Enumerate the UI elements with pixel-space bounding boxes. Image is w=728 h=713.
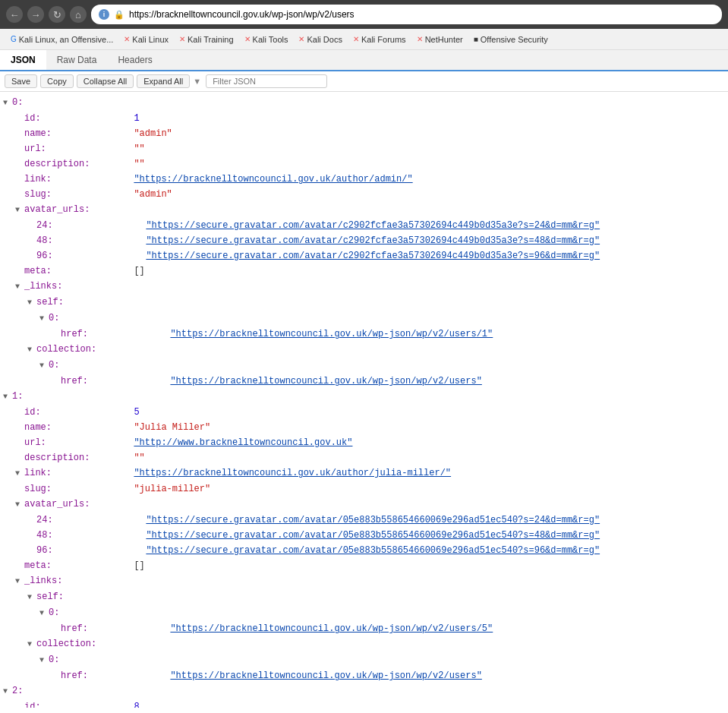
expand-btn[interactable]: ▼ xyxy=(3,390,12,404)
json-key: _links: xyxy=(24,576,62,586)
bookmark-offensive-security[interactable]: ■ Offensive Security xyxy=(469,33,553,46)
bookmark-nethunter[interactable]: ✕ NetHunter xyxy=(412,33,468,46)
lock-icon: 🔒 xyxy=(114,10,124,20)
json-key: 0: xyxy=(49,606,59,620)
json-row: url: "http://www.bracknelltowncouncil.go… xyxy=(0,435,728,450)
json-row: ▼collection: xyxy=(0,636,728,652)
json-key: 0: xyxy=(49,653,59,667)
expand-btn[interactable]: ▼ xyxy=(15,498,24,512)
json-value-url[interactable]: "https://secure.gravatar.com/avatar/c290… xyxy=(146,219,600,232)
json-row: meta: [] xyxy=(0,558,728,573)
expand-btn[interactable]: ▼ xyxy=(27,296,36,310)
collapse-all-button[interactable]: Collapse All xyxy=(77,74,134,88)
json-row: href: "https://bracknelltowncouncil.gov.… xyxy=(0,327,728,342)
json-key: 1: xyxy=(12,390,23,403)
bookmark-kali-tools-label: Kali Tools xyxy=(253,35,288,44)
json-value-string: "" xyxy=(134,142,144,156)
back-button[interactable]: ← xyxy=(6,6,23,23)
json-row: 48: "https://secure.gravatar.com/avatar/… xyxy=(0,233,728,248)
bookmark-kali-training[interactable]: ✕ Kali Training xyxy=(175,33,238,46)
bookmark-kali-docs[interactable]: ✕ Kali Docs xyxy=(294,33,346,46)
json-key: meta: xyxy=(24,560,52,571)
bookmark-kali-forums[interactable]: ✕ Kali Forums xyxy=(348,33,411,46)
json-key: self: xyxy=(36,297,64,308)
json-value-url[interactable]: "https://bracknelltowncouncil.gov.uk/wp-… xyxy=(170,374,481,388)
nethunter-icon: ✕ xyxy=(417,35,423,43)
kali-main-icon: G xyxy=(11,35,17,43)
bookmark-kali-tools[interactable]: ✕ Kali Tools xyxy=(240,33,293,46)
json-row: description: "" xyxy=(0,156,728,172)
expand-btn[interactable]: ▼ xyxy=(15,280,24,294)
bookmark-kali-linux[interactable]: ✕ Kali Linux xyxy=(119,33,173,46)
json-row: 24: "https://secure.gravatar.com/avatar/… xyxy=(0,513,728,528)
json-row: ▼self: xyxy=(0,589,728,605)
expand-btn[interactable]: ▼ xyxy=(27,638,36,651)
expand-btn[interactable]: ▼ xyxy=(15,203,24,217)
bookmark-offensive-security-label: Offensive Security xyxy=(481,35,548,44)
json-row: ▼avatar_urls: xyxy=(0,202,728,218)
json-key: avatar_urls: xyxy=(24,204,90,215)
json-value-url[interactable]: "https://bracknelltowncouncil.gov.uk/aut… xyxy=(134,466,451,480)
json-key: slug: xyxy=(24,484,52,494)
expand-btn[interactable]: ▼ xyxy=(27,591,36,604)
bookmark-kali-main[interactable]: G Kali Linux, an Offensive... xyxy=(6,33,118,46)
json-row: ▼link: "https://bracknelltowncouncil.gov… xyxy=(0,465,728,481)
expand-btn[interactable]: ▼ xyxy=(39,359,49,373)
expand-btn[interactable]: ▼ xyxy=(15,467,24,481)
refresh-button[interactable]: ↻ xyxy=(49,6,65,23)
tab-json[interactable]: JSON xyxy=(0,50,46,71)
json-value-url[interactable]: "https://secure.gravatar.com/avatar/05e8… xyxy=(146,528,600,542)
expand-btn[interactable]: ▼ xyxy=(27,343,36,357)
filter-icon: ▼ xyxy=(193,77,201,86)
copy-button[interactable]: Copy xyxy=(40,74,74,88)
expand-btn[interactable]: ▼ xyxy=(15,575,24,588)
tab-raw-data[interactable]: Raw Data xyxy=(46,50,108,71)
json-key: url: xyxy=(24,144,46,154)
save-button[interactable]: Save xyxy=(5,74,37,88)
json-value-url[interactable]: "https://secure.gravatar.com/avatar/c290… xyxy=(146,234,600,248)
expand-btn[interactable]: ▼ xyxy=(3,96,12,110)
json-value-url[interactable]: "https://secure.gravatar.com/avatar/05e8… xyxy=(146,513,600,527)
json-value-url[interactable]: "https://secure.gravatar.com/avatar/c290… xyxy=(146,249,600,263)
json-key: 48: xyxy=(36,530,53,541)
bookmarks-bar: G Kali Linux, an Offensive... ✕ Kali Lin… xyxy=(0,29,728,50)
tab-headers[interactable]: Headers xyxy=(107,50,162,71)
bookmark-nethunter-label: NetHunter xyxy=(425,35,463,44)
json-row: id: 8 xyxy=(0,699,728,708)
json-key: collection: xyxy=(36,344,96,355)
forward-button[interactable]: → xyxy=(27,6,44,23)
json-key: meta: xyxy=(24,266,52,276)
json-key: 24: xyxy=(36,515,53,525)
json-value-url[interactable]: "https://bracknelltowncouncil.gov.uk/wp-… xyxy=(170,622,493,636)
json-toolbar: Save Copy Collapse All Expand All ▼ xyxy=(0,71,728,92)
json-value-url[interactable]: "http://www.bracknelltowncouncil.gov.uk" xyxy=(134,436,352,450)
kali-docs-icon: ✕ xyxy=(298,35,304,43)
json-value-url[interactable]: "https://bracknelltowncouncil.gov.uk/aut… xyxy=(134,172,412,186)
json-key: href: xyxy=(61,623,88,634)
json-value-url[interactable]: "https://secure.gravatar.com/avatar/05e8… xyxy=(146,544,600,557)
json-key: collection: xyxy=(36,639,96,649)
kali-tools-icon: ✕ xyxy=(244,35,251,43)
address-text[interactable]: https://bracknelltowncouncil.gov.uk/wp-j… xyxy=(129,9,714,20)
json-row: ▼_links: xyxy=(0,279,728,295)
json-value-url[interactable]: "https://bracknelltowncouncil.gov.uk/wp-… xyxy=(170,327,493,341)
json-row: ▼collection: xyxy=(0,342,728,358)
json-key: link: xyxy=(24,174,52,185)
expand-btn[interactable]: ▼ xyxy=(39,312,49,326)
json-key: 96: xyxy=(36,251,53,261)
json-value-url[interactable]: "https://bracknelltowncouncil.gov.uk/wp-… xyxy=(170,669,481,683)
home-button[interactable]: ⌂ xyxy=(70,6,87,23)
expand-btn[interactable]: ▼ xyxy=(39,654,49,667)
json-row: ▼_links: xyxy=(0,573,728,589)
json-row: ▼0: xyxy=(0,95,728,111)
expand-btn[interactable]: ▼ xyxy=(3,685,12,699)
expand-all-button[interactable]: Expand All xyxy=(137,74,190,88)
filter-input[interactable] xyxy=(206,74,327,88)
json-key: 2: xyxy=(12,684,23,698)
json-key: link: xyxy=(24,468,52,478)
json-row: 96: "https://secure.gravatar.com/avatar/… xyxy=(0,248,728,263)
json-key: avatar_urls: xyxy=(24,499,90,510)
json-key: id: xyxy=(24,407,41,418)
json-content: ▼0: id: 1name: "admin"url: ""description… xyxy=(0,92,728,708)
expand-btn[interactable]: ▼ xyxy=(39,607,49,620)
